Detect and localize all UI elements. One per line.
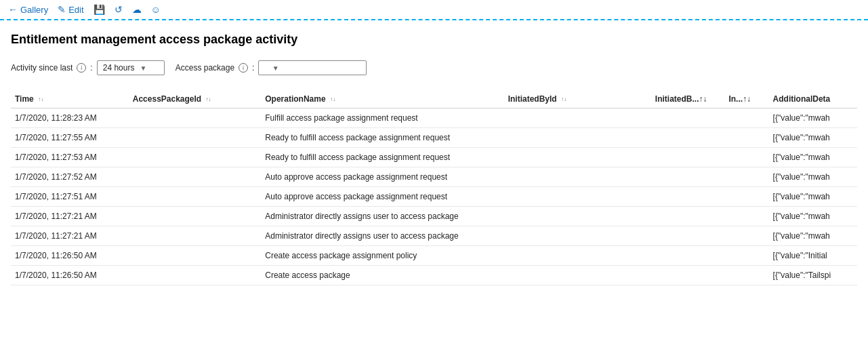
filters-row: Activity since last i : 24 hours ▼ Acces… [11, 60, 857, 75]
cell-operationName: Create access package [261, 266, 503, 285]
table-row[interactable]: 1/7/2020, 11:26:50 AMCreate access packa… [11, 246, 857, 266]
cell-accessPackageId [129, 167, 261, 187]
cell-accessPackageId [129, 266, 261, 285]
cell-in [724, 187, 768, 207]
cloud-icon: ☁ [132, 4, 142, 15]
access-package-dropdown-arrow: ▼ [272, 64, 279, 72]
cell-in [724, 266, 768, 285]
table-row[interactable]: 1/7/2020, 11:27:51 AMAuto approve access… [11, 187, 857, 207]
table-row[interactable]: 1/7/2020, 11:27:21 AMAdministrator direc… [11, 207, 857, 226]
cell-in [724, 207, 768, 226]
cell-operationName: Ready to fulfill access package assignme… [261, 128, 503, 148]
sort-icon-initbyid: ↑↓ [561, 97, 566, 102]
cell-additionalData: [{"value":"mwah [769, 187, 857, 207]
table-row[interactable]: 1/7/2020, 11:27:21 AMAdministrator direc… [11, 226, 857, 246]
table-row[interactable]: 1/7/2020, 11:27:55 AMReady to fulfill ac… [11, 128, 857, 148]
cell-additionalData: [{"value":"mwah [769, 226, 857, 246]
edit-icon: ✎ [58, 4, 66, 15]
save-icon: 💾 [94, 4, 105, 15]
cell-additionalData: [{"value":"mwah [769, 148, 857, 167]
activity-select[interactable]: 24 hours ▼ [97, 60, 165, 75]
cell-initiatedById [504, 167, 651, 187]
col-header-pkgid[interactable]: AccessPackageId ↑↓ [129, 89, 261, 108]
cell-initiatedBy [651, 266, 725, 285]
cell-initiatedById [504, 108, 651, 128]
edit-label: Edit [68, 5, 83, 15]
col-header-time[interactable]: Time ↑↓ [11, 89, 129, 108]
save-button[interactable]: 💾 [94, 4, 105, 15]
cell-initiatedBy [651, 148, 725, 167]
back-button[interactable]: ← Gallery [8, 4, 48, 15]
cell-initiatedById [504, 187, 651, 207]
refresh-button[interactable]: ↺ [115, 4, 123, 15]
cell-initiatedBy [651, 187, 725, 207]
cell-in [724, 128, 768, 148]
cell-additionalData: [{"value":"mwah [769, 108, 857, 128]
cell-time: 1/7/2020, 11:26:50 AM [11, 246, 129, 266]
page-content: Entitlement management access package ac… [0, 20, 868, 285]
cell-initiatedBy [651, 226, 725, 246]
cell-time: 1/7/2020, 11:27:21 AM [11, 207, 129, 226]
table-row[interactable]: 1/7/2020, 11:26:50 AMCreate access packa… [11, 266, 857, 285]
col-header-opname[interactable]: OperationName ↑↓ [261, 89, 503, 108]
back-label: Gallery [20, 5, 48, 15]
cell-accessPackageId [129, 226, 261, 246]
col-header-in[interactable]: In...↑↓ [724, 89, 768, 108]
edit-button[interactable]: ✎ Edit [58, 4, 83, 15]
access-package-select-value [264, 63, 266, 73]
cell-accessPackageId [129, 246, 261, 266]
cell-initiatedBy [651, 128, 725, 148]
cell-accessPackageId [129, 207, 261, 226]
cell-accessPackageId [129, 128, 261, 148]
table-row[interactable]: 1/7/2020, 11:27:52 AMAuto approve access… [11, 167, 857, 187]
back-icon: ← [8, 4, 18, 15]
cell-initiatedBy [651, 246, 725, 266]
col-header-initbyid[interactable]: InitiatedById ↑↓ [504, 89, 651, 108]
smile-button[interactable]: ☺ [151, 4, 161, 15]
col-header-addl[interactable]: AdditionalDeta [769, 89, 857, 108]
activity-info-icon[interactable]: i [77, 63, 86, 73]
cell-time: 1/7/2020, 11:28:23 AM [11, 108, 129, 128]
activity-select-value: 24 hours [103, 63, 135, 73]
cell-initiatedById [504, 148, 651, 167]
cell-in [724, 246, 768, 266]
cell-initiatedBy [651, 167, 725, 187]
cell-operationName: Auto approve access package assignment r… [261, 167, 503, 187]
access-package-info-icon[interactable]: i [239, 63, 248, 73]
cell-in [724, 148, 768, 167]
cell-initiatedById [504, 207, 651, 226]
data-table: Time ↑↓ AccessPackageId ↑↓ OperationName… [11, 89, 857, 285]
cell-initiatedById [504, 246, 651, 266]
table-row[interactable]: 1/7/2020, 11:28:23 AMFulfill access pack… [11, 108, 857, 128]
sort-icon-pkgid: ↑↓ [206, 97, 211, 102]
sort-icon-opname: ↑↓ [330, 97, 335, 102]
cell-in [724, 167, 768, 187]
cell-accessPackageId [129, 148, 261, 167]
cell-additionalData: [{"value":"mwah [769, 128, 857, 148]
cell-operationName: Auto approve access package assignment r… [261, 187, 503, 207]
access-package-select[interactable]: ▼ [258, 60, 367, 75]
page-title: Entitlement management access package ac… [11, 33, 857, 47]
access-package-filter-label: Access package [175, 63, 234, 73]
cell-operationName: Ready to fulfill access package assignme… [261, 148, 503, 167]
cell-initiatedById [504, 266, 651, 285]
cell-operationName: Create access package assignment policy [261, 246, 503, 266]
cell-additionalData: [{"value":"Tailspi [769, 266, 857, 285]
cell-operationName: Administrator directly assigns user to a… [261, 226, 503, 246]
cloud-button[interactable]: ☁ [132, 4, 142, 15]
cell-accessPackageId [129, 108, 261, 128]
table-body: 1/7/2020, 11:28:23 AMFulfill access pack… [11, 108, 857, 285]
cell-additionalData: [{"value":"Initial [769, 246, 857, 266]
cell-time: 1/7/2020, 11:27:55 AM [11, 128, 129, 148]
toolbar: ← Gallery ✎ Edit 💾 ↺ ☁ ☺ [0, 0, 868, 20]
col-header-initby[interactable]: InitiatedB...↑↓ [651, 89, 725, 108]
cell-accessPackageId [129, 187, 261, 207]
cell-time: 1/7/2020, 11:26:50 AM [11, 266, 129, 285]
smile-icon: ☺ [151, 4, 161, 15]
cell-operationName: Fulfill access package assignment reques… [261, 108, 503, 128]
cell-time: 1/7/2020, 11:27:21 AM [11, 226, 129, 246]
cell-operationName: Administrator directly assigns user to a… [261, 207, 503, 226]
activity-filter-label: Activity since last [11, 63, 73, 73]
table-row[interactable]: 1/7/2020, 11:27:53 AMReady to fulfill ac… [11, 148, 857, 167]
activity-dropdown-arrow: ▼ [140, 64, 146, 72]
